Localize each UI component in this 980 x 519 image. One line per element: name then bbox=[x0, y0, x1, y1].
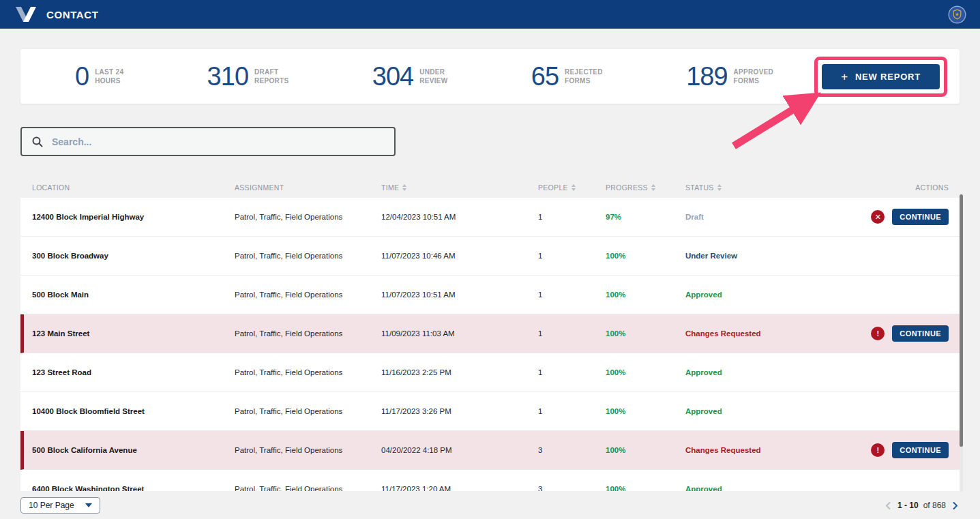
table-body: 12400 Block Imperial Highway Patrol, Tra… bbox=[20, 198, 960, 491]
stat-value: 0 bbox=[75, 62, 89, 91]
table-header: LOCATION ASSIGNMENT TIME PEOPLE PROGRESS… bbox=[20, 177, 960, 198]
cell-progress: 100% bbox=[606, 485, 685, 491]
cell-people: 1 bbox=[538, 291, 606, 299]
page-total: of 868 bbox=[923, 501, 946, 510]
column-header: STATUS bbox=[685, 183, 870, 192]
per-page-select[interactable]: 10 Per Page bbox=[20, 497, 100, 514]
continue-button[interactable]: CONTINUE bbox=[892, 209, 949, 225]
per-page-value: 10 Per Page bbox=[29, 501, 74, 510]
new-report-button[interactable]: + NEW REPORT bbox=[822, 64, 940, 89]
close-circle-icon[interactable]: ✕ bbox=[871, 210, 885, 224]
new-report-highlight-box: + NEW REPORT bbox=[814, 57, 947, 97]
cell-assignment: Patrol, Traffic, Field Operations bbox=[235, 291, 381, 299]
cell-status: Draft bbox=[685, 213, 870, 221]
column-header: LOCATION bbox=[32, 183, 235, 192]
cell-people: 1 bbox=[538, 252, 606, 260]
next-page-icon[interactable] bbox=[951, 501, 960, 510]
reports-table: LOCATION ASSIGNMENT TIME PEOPLE PROGRESS… bbox=[20, 177, 960, 491]
prev-page-icon[interactable] bbox=[884, 501, 893, 510]
stat-item: 189 APPROVED FORMS bbox=[686, 62, 773, 91]
table-scrollbar[interactable] bbox=[960, 194, 963, 492]
cell-time: 04/20/2022 4:18 PM bbox=[381, 446, 538, 454]
page-range: 1 - 10 bbox=[897, 501, 919, 510]
new-report-label: NEW REPORT bbox=[855, 72, 921, 82]
cell-assignment: Patrol, Traffic, Field Operations bbox=[235, 368, 381, 376]
cell-location: 500 Block California Avenue bbox=[32, 446, 235, 454]
cell-time: 11/09/2023 11:03 AM bbox=[381, 329, 538, 338]
stat-label: APPROVED FORMS bbox=[734, 68, 774, 85]
cell-time: 11/17/2023 3:26 PM bbox=[381, 407, 538, 415]
stat-label: DRAFT REPORTS bbox=[254, 68, 288, 85]
cell-location: 123 Street Road bbox=[32, 368, 235, 376]
table-row: 500 Block Main Patrol, Traffic, Field Op… bbox=[20, 276, 960, 314]
search-icon bbox=[32, 136, 43, 147]
table-row: 300 Block Broadway Patrol, Traffic, Fiel… bbox=[20, 237, 960, 276]
stat-value: 304 bbox=[372, 62, 413, 91]
column-label: STATUS bbox=[685, 183, 714, 192]
stat-value: 310 bbox=[207, 62, 248, 91]
stat-label: REJECTED FORMS bbox=[565, 68, 603, 85]
column-header: ACTIONS bbox=[870, 183, 949, 192]
cell-time: 11/07/2023 10:51 AM bbox=[381, 291, 538, 299]
chevron-down-icon bbox=[85, 503, 92, 507]
cell-progress: 100% bbox=[606, 368, 685, 376]
stat-value: 189 bbox=[686, 62, 727, 91]
table-row: 123 Main Street Patrol, Traffic, Field O… bbox=[20, 314, 960, 353]
badge-shield-icon[interactable] bbox=[948, 5, 966, 24]
cell-status: Approved bbox=[685, 407, 870, 415]
cell-status: Approved bbox=[685, 291, 870, 299]
plus-icon: + bbox=[841, 71, 848, 83]
sort-icon[interactable] bbox=[571, 184, 576, 191]
table-row: 12400 Block Imperial Highway Patrol, Tra… bbox=[20, 198, 960, 237]
cell-progress: 100% bbox=[606, 407, 685, 415]
exclamation-circle-icon[interactable]: ! bbox=[871, 327, 885, 340]
cell-time: 11/17/2023 1:20 AM bbox=[381, 485, 538, 491]
cell-location: 123 Main Street bbox=[32, 329, 235, 338]
table-row: 123 Street Road Patrol, Traffic, Field O… bbox=[20, 353, 960, 392]
cell-progress: 100% bbox=[606, 252, 685, 260]
cell-status: Approved bbox=[685, 485, 870, 491]
stat-value: 65 bbox=[531, 62, 559, 91]
column-header: TIME bbox=[381, 183, 538, 192]
stats-list: 0 LAST 24 HOURS 310 DRAFT REPORTS 304 UN… bbox=[20, 62, 814, 91]
exclamation-circle-icon[interactable]: ! bbox=[871, 443, 885, 457]
cell-assignment: Patrol, Traffic, Field Operations bbox=[235, 407, 381, 415]
cell-location: 12400 Block Imperial Highway bbox=[32, 213, 235, 221]
column-label: ASSIGNMENT bbox=[235, 183, 284, 192]
table-row: 10400 Block Bloomfield Street Patrol, Tr… bbox=[20, 392, 960, 431]
continue-button[interactable]: CONTINUE bbox=[892, 442, 949, 458]
stat-label: UNDER REVIEW bbox=[419, 68, 447, 85]
pagination-bar: 10 Per Page 1 - 10 of 868 bbox=[20, 496, 960, 514]
cell-people: 3 bbox=[538, 485, 606, 491]
search-bar[interactable] bbox=[20, 127, 396, 156]
stats-bar: 0 LAST 24 HOURS 310 DRAFT REPORTS 304 UN… bbox=[20, 49, 960, 104]
sort-icon[interactable] bbox=[717, 184, 722, 191]
table-row: 500 Block California Avenue Patrol, Traf… bbox=[20, 431, 960, 470]
cell-time: 11/07/2023 10:46 AM bbox=[381, 252, 538, 260]
cell-people: 1 bbox=[538, 213, 606, 221]
stat-item: 65 REJECTED FORMS bbox=[531, 62, 603, 91]
cell-people: 1 bbox=[538, 368, 606, 376]
cell-assignment: Patrol, Traffic, Field Operations bbox=[235, 485, 381, 491]
sort-icon[interactable] bbox=[651, 184, 655, 191]
app-logo-icon bbox=[15, 5, 37, 24]
continue-button[interactable]: CONTINUE bbox=[892, 325, 949, 342]
scrollbar-thumb[interactable] bbox=[960, 194, 963, 447]
cell-assignment: Patrol, Traffic, Field Operations bbox=[235, 252, 381, 260]
top-nav-bar: CONTACT bbox=[0, 0, 980, 29]
cell-time: 12/04/2023 10:51 AM bbox=[381, 213, 538, 221]
table-row: 6400 Block Washington Street Patrol, Tra… bbox=[20, 470, 960, 491]
cell-location: 10400 Block Bloomfield Street bbox=[32, 407, 235, 415]
cell-progress: 100% bbox=[606, 329, 685, 338]
sort-icon[interactable] bbox=[402, 184, 406, 191]
stat-item: 310 DRAFT REPORTS bbox=[207, 62, 289, 91]
search-input[interactable] bbox=[52, 136, 384, 147]
column-label: LOCATION bbox=[32, 183, 70, 192]
cell-status: Under Review bbox=[685, 252, 870, 260]
app-title: CONTACT bbox=[46, 9, 98, 20]
cell-assignment: Patrol, Traffic, Field Operations bbox=[235, 213, 381, 221]
cell-assignment: Patrol, Traffic, Field Operations bbox=[235, 446, 381, 454]
cell-people: 3 bbox=[538, 446, 606, 454]
cell-progress: 97% bbox=[606, 213, 685, 221]
stat-label: LAST 24 HOURS bbox=[95, 68, 123, 85]
